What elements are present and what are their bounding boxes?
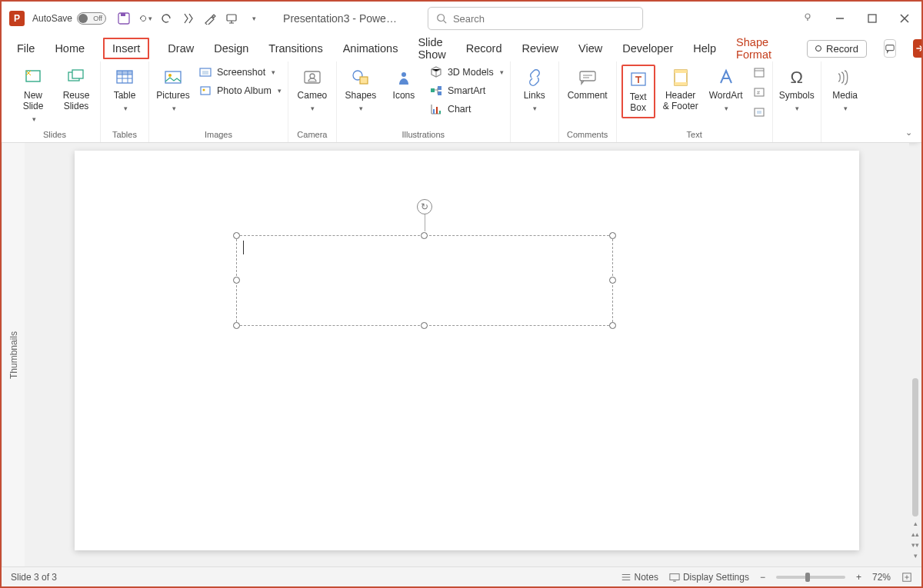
quick-tool-icon[interactable] [203, 12, 217, 25]
object-button[interactable] [751, 105, 768, 120]
toggle-switch[interactable]: Off [77, 12, 106, 25]
zoom-slider-knob[interactable] [805, 573, 810, 582]
qat-overflow-icon[interactable]: ▾ [246, 12, 260, 25]
vertical-scrollbar[interactable]: ▴ ▴▴ ▾▾ ▾ [909, 143, 921, 566]
scrollbar-thumb[interactable] [912, 378, 918, 517]
table-button[interactable]: Table ▾ [105, 65, 144, 115]
next-slide-double-icon[interactable]: ▾▾ [911, 541, 919, 549]
svg-rect-24 [431, 88, 435, 92]
record-button[interactable]: Record [807, 40, 867, 58]
slide-canvas-area[interactable]: ↻ [25, 143, 909, 566]
group-links: Links ▾ [511, 61, 559, 142]
pictures-button[interactable]: Pictures ▾ [154, 65, 192, 115]
slide-number-button[interactable]: # [751, 85, 768, 100]
shapes-button[interactable]: Shapes ▾ [342, 65, 380, 115]
tab-file[interactable]: File [15, 39, 36, 58]
search-box[interactable]: Search [428, 7, 643, 30]
screenshot-button[interactable]: Screenshot ▾ [197, 65, 283, 80]
group-slides: New Slide ▾ Reuse Slides Slides [9, 61, 101, 142]
redo-icon[interactable] [160, 12, 174, 25]
media-button[interactable]: Media ▾ [826, 65, 865, 115]
resize-handle-e[interactable] [609, 277, 616, 284]
tab-animations[interactable]: Animations [342, 39, 400, 58]
tab-draw[interactable]: Draw [166, 39, 195, 58]
resize-handle-ne[interactable] [609, 232, 616, 239]
thumbnails-rail[interactable]: Thumbnails [2, 143, 25, 566]
zoom-out-button[interactable]: − [760, 572, 765, 583]
slide[interactable]: ↻ [75, 151, 859, 550]
date-time-button[interactable] [751, 65, 768, 80]
icons-button[interactable]: Icons [385, 65, 423, 105]
icons-icon [394, 68, 414, 88]
maximize-icon[interactable] [863, 9, 881, 28]
smartart-button[interactable]: SmartArt [428, 83, 505, 98]
reuse-slides-button[interactable]: Reuse Slides [57, 65, 95, 115]
zoom-slider[interactable] [776, 576, 845, 579]
notes-icon [621, 572, 631, 583]
resize-handle-w[interactable] [233, 277, 240, 284]
3d-models-button[interactable]: 3D Models ▾ [428, 65, 505, 80]
undo-icon[interactable]: ▾ [138, 12, 152, 25]
from-beginning-icon[interactable] [182, 12, 195, 25]
tab-shape-format[interactable]: Shape Format [735, 33, 773, 64]
tab-review[interactable]: Review [520, 39, 560, 58]
photo-album-button[interactable]: Photo Album ▾ [197, 83, 283, 98]
display-settings-button[interactable]: Display Settings [669, 572, 749, 583]
save-icon[interactable] [117, 12, 131, 25]
tab-view[interactable]: View [577, 39, 604, 58]
comment-button[interactable]: Comment [564, 65, 611, 105]
resize-handle-nw[interactable] [233, 232, 240, 239]
text-box-selection[interactable]: ↻ [236, 235, 613, 326]
svg-point-20 [310, 74, 315, 78]
tab-design[interactable]: Design [212, 39, 250, 58]
tab-slideshow[interactable]: Slide Show [416, 33, 447, 64]
share-button[interactable]: ▾ [913, 39, 923, 58]
prev-slide-double-icon[interactable]: ▴▴ [911, 530, 919, 538]
symbols-button[interactable]: Ω Symbols ▾ [778, 65, 816, 115]
comments-pane-icon[interactable] [884, 39, 896, 58]
slide-indicator[interactable]: Slide 3 of 3 [11, 572, 57, 583]
svg-rect-40 [670, 573, 679, 580]
chart-button[interactable]: Chart [428, 101, 505, 117]
autosave-toggle[interactable]: AutoSave Off [32, 12, 106, 25]
fit-to-window-icon[interactable] [901, 572, 912, 583]
resize-handle-sw[interactable] [233, 322, 240, 329]
minimize-icon[interactable] [831, 9, 849, 28]
zoom-level[interactable]: 72% [872, 572, 891, 583]
reuse-slides-icon [66, 68, 86, 88]
svg-rect-27 [433, 109, 435, 114]
pictures-icon [163, 68, 183, 88]
collapse-ribbon-icon[interactable]: ⌄ [905, 128, 912, 138]
wordart-button[interactable]: WordArt ▾ [706, 65, 746, 115]
group-symbols: Ω Symbols ▾ [773, 61, 821, 142]
rotation-handle-icon[interactable]: ↻ [417, 199, 432, 214]
help-icon[interactable] [798, 9, 817, 28]
presenter-icon[interactable] [225, 12, 238, 25]
next-slide-icon[interactable]: ▾ [914, 552, 918, 560]
tab-developer[interactable]: Developer [621, 39, 675, 58]
tab-record[interactable]: Record [465, 39, 504, 58]
new-slide-button[interactable]: New Slide ▾ [14, 65, 52, 126]
resize-handle-s[interactable] [421, 322, 428, 329]
wordart-icon [716, 68, 736, 88]
svg-rect-12 [117, 71, 132, 75]
tab-help[interactable]: Help [691, 39, 718, 58]
cameo-button[interactable]: Cameo ▾ [293, 65, 332, 115]
close-icon[interactable] [895, 9, 914, 28]
tab-insert[interactable]: Insert [103, 38, 149, 59]
header-footer-button[interactable]: Header & Footer [660, 65, 701, 115]
svg-rect-29 [439, 111, 441, 114]
tab-home[interactable]: Home [53, 39, 86, 58]
screenshot-icon [198, 65, 212, 79]
svg-rect-16 [202, 71, 208, 75]
notes-button[interactable]: Notes [621, 572, 658, 583]
ribbon-tabs: File Home Insert Draw Design Transitions… [2, 35, 921, 61]
chevron-down-icon: ▾ [311, 105, 315, 112]
tab-transitions[interactable]: Transitions [267, 39, 324, 58]
resize-handle-se[interactable] [609, 322, 616, 329]
zoom-in-button[interactable]: + [856, 572, 861, 583]
text-box-button[interactable]: Text Box [621, 65, 655, 118]
prev-slide-icon[interactable]: ▴ [914, 520, 918, 527]
resize-handle-n[interactable] [421, 232, 428, 239]
links-button[interactable]: Links ▾ [515, 65, 554, 115]
